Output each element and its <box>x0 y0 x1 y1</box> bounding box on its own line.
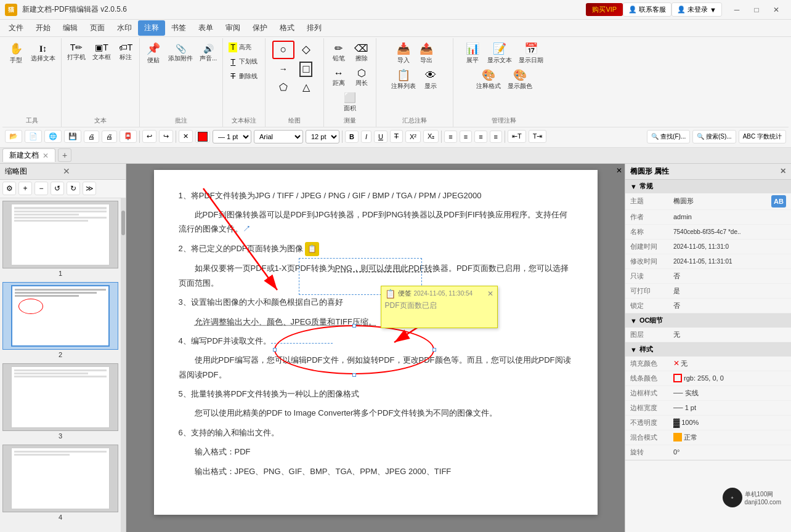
menu-form[interactable]: 表单 <box>192 20 219 36</box>
thumb-rotate-right-button[interactable]: ↻ <box>67 182 80 195</box>
italic-button[interactable]: I <box>361 131 371 143</box>
stroke-width-select[interactable]: — 1 pt <box>213 130 251 143</box>
ellipse-button[interactable]: ○ <box>272 41 294 59</box>
label-button[interactable]: 🏷T 标注 <box>115 41 137 63</box>
properties-close-button[interactable]: ✕ <box>780 167 786 175</box>
selection-handle-top[interactable] <box>352 324 356 328</box>
login-button[interactable]: 👤 未登录 ▼ <box>671 2 722 17</box>
scan-button[interactable]: 🖨 <box>84 131 99 143</box>
attach-button[interactable]: 📎 添加附件 <box>165 42 196 65</box>
tab-close-icon[interactable]: ✕ <box>43 151 49 160</box>
menu-annotation[interactable]: 注释 <box>138 20 165 36</box>
align-center-button[interactable]: ≡ <box>460 131 472 143</box>
open-folder-button[interactable]: 📂 <box>5 130 22 143</box>
select-text-button[interactable]: 𝐈↕ 选择文本 <box>28 42 59 65</box>
selection-handle-bottom[interactable] <box>352 373 356 377</box>
indent-left-button[interactable]: ⇤T <box>508 130 526 143</box>
show-button[interactable]: 👁 显示 <box>420 67 442 93</box>
distance-button[interactable]: ↔ 距离 <box>328 65 350 89</box>
thumbnail-page-3[interactable]: 3 <box>2 363 118 440</box>
menu-protect[interactable]: 保护 <box>246 20 274 36</box>
menu-review[interactable]: 审阅 <box>219 20 246 36</box>
flatten-button[interactable]: 📊 展平 <box>461 41 484 66</box>
popup-close-button[interactable]: ✕ <box>487 289 493 298</box>
thumbnail-page-2[interactable]: 2 <box>2 282 118 358</box>
delete-button[interactable]: ✕ <box>179 130 193 143</box>
stamp-button[interactable]: 📮 <box>120 130 137 143</box>
service-button[interactable]: 👤 联系客服 <box>623 2 671 17</box>
sticky-note-button[interactable]: 📌 便贴 <box>142 41 164 66</box>
new-doc-button[interactable]: 📄 <box>25 130 42 143</box>
hand-tool-button[interactable]: ✋ 手型 <box>5 41 27 66</box>
document-tab[interactable]: 新建文档 ✕ <box>2 148 55 162</box>
print-button[interactable]: 🖨 <box>102 131 117 143</box>
add-tab-button[interactable]: + <box>58 148 71 162</box>
menu-bookmark[interactable]: 书签 <box>165 20 192 36</box>
word-count-button[interactable]: ABC 字数统计 <box>739 130 786 143</box>
popup-content[interactable]: PDF页面数已启 <box>385 300 493 325</box>
show-date-button[interactable]: 📅 显示日期 <box>516 41 546 66</box>
color-preview[interactable] <box>198 132 208 142</box>
pencil-button[interactable]: ✏ 铅笔 <box>328 41 350 65</box>
export-button[interactable]: 📤 导出 <box>415 41 437 66</box>
thumb-settings-button[interactable]: ⚙ <box>2 182 16 195</box>
textbox-button[interactable]: ▣T 文本框 <box>89 41 114 63</box>
underline-text-button[interactable]: U <box>374 131 387 143</box>
superscript-button[interactable]: X² <box>405 131 421 143</box>
menu-page[interactable]: 页面 <box>84 20 111 36</box>
oc-section-header[interactable]: ▼ OC细节 <box>625 314 791 328</box>
undo-button[interactable]: ↩ <box>142 130 156 143</box>
arrow-button[interactable]: → <box>272 62 294 76</box>
eraser-button[interactable]: ⌫ 擦除 <box>351 41 373 65</box>
typewriter-button[interactable]: T✏ 打字机 <box>64 41 89 63</box>
thumb-zoomin-button[interactable]: + <box>18 182 32 195</box>
import-button[interactable]: 📥 导入 <box>392 41 415 66</box>
strikethrough-button[interactable]: T 删除线 <box>225 70 262 83</box>
close-button[interactable]: ✕ <box>766 4 786 16</box>
font-family-select[interactable]: Arial <box>254 130 303 143</box>
indent-right-button[interactable]: T⇥ <box>529 130 547 143</box>
align-left-button[interactable]: ≡ <box>444 131 456 143</box>
diamond-button[interactable]: ◇ <box>295 41 317 58</box>
web-button[interactable]: 🌐 <box>44 130 62 143</box>
viewer-close-button[interactable]: ✕ <box>616 166 622 175</box>
thumb-rotate-left-button[interactable]: ↺ <box>51 182 64 195</box>
align-justify-button[interactable]: ≡ <box>490 131 502 143</box>
perimeter-button[interactable]: ⬡ 周长 <box>351 65 373 89</box>
show-text-button[interactable]: 📝 显示文本 <box>484 41 515 66</box>
find-button[interactable]: 🔍 查找(F)... <box>647 130 690 143</box>
comment-list-button[interactable]: 📋 注释列表 <box>388 67 419 93</box>
align-right-button[interactable]: ≡ <box>474 131 487 143</box>
selection-handle-left[interactable] <box>273 348 277 352</box>
style-section-header[interactable]: ▼ 样式 <box>625 343 791 357</box>
minimize-button[interactable]: ─ <box>727 4 747 16</box>
save-button[interactable]: 💾 <box>64 130 81 143</box>
subscript-button[interactable]: X₂ <box>423 130 439 143</box>
rect-button[interactable]: □ <box>295 60 317 79</box>
prop-icon-btn[interactable]: AB <box>771 195 786 208</box>
menu-edit[interactable]: 编辑 <box>57 20 84 36</box>
area-button[interactable]: ⬜ 面积 <box>339 90 361 114</box>
menu-format[interactable]: 格式 <box>274 20 301 36</box>
search-button[interactable]: 🔍 搜索(S)... <box>692 130 736 143</box>
triangle-button[interactable]: △ <box>295 79 317 95</box>
underline-button[interactable]: T 下划线 <box>225 55 262 69</box>
stroke-color-swatch[interactable] <box>673 374 682 382</box>
menu-file[interactable]: 文件 <box>2 20 30 36</box>
redo-button[interactable]: ↪ <box>159 130 173 143</box>
bold-button[interactable]: B <box>345 131 359 143</box>
thumb-zoomout-button[interactable]: − <box>34 182 48 195</box>
selection-handle-right[interactable] <box>432 348 436 352</box>
highlight-button[interactable]: T 高亮 <box>225 41 262 54</box>
show-color-button[interactable]: 🎨 显示颜色 <box>505 67 535 93</box>
note-format-button[interactable]: 🎨 注释格式 <box>473 67 504 93</box>
maximize-button[interactable]: □ <box>747 4 766 16</box>
strikethrough-text-button[interactable]: T̶ <box>390 130 403 143</box>
pdf-viewer[interactable]: ✕ 1、将PDF文件转换为JPG / TIFF / JPEG / PNG / G… <box>126 164 625 532</box>
thumbnail-page-4[interactable]: 4 <box>2 445 118 521</box>
thumbnail-page-1[interactable]: 1 <box>2 201 118 277</box>
sound-button[interactable]: 🔊 声音... <box>197 42 220 65</box>
thumbnail-close-button[interactable]: ✕ <box>63 166 121 176</box>
menu-watermark[interactable]: 水印 <box>111 20 138 36</box>
vip-button[interactable]: 购买VIP <box>586 3 623 16</box>
